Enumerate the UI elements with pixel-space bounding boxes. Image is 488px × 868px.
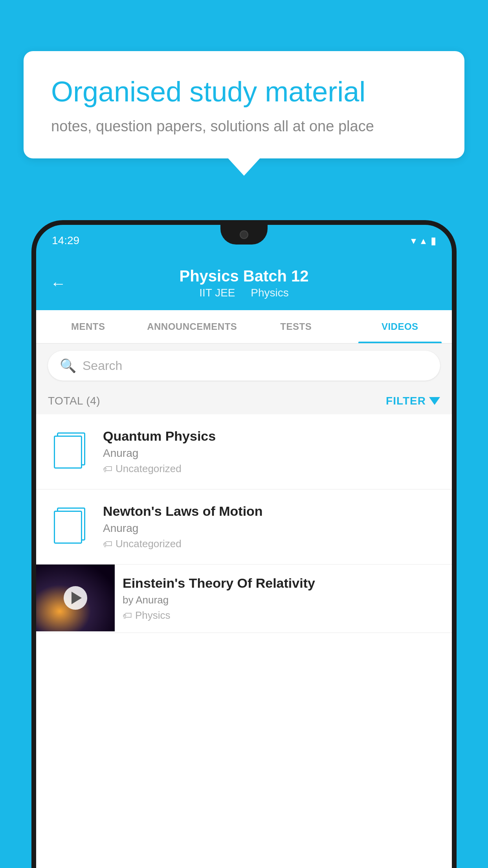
tag-icon-3: 🏷 [123, 610, 132, 621]
phone-inner: 14:29 ▾ ▴ ▮ ← Physics Batch 12 IIT JEE P… [36, 225, 452, 868]
video-tag: 🏷 Uncategorized [103, 463, 440, 475]
video-author: Anurag [103, 447, 440, 460]
thumbnail-wrap [36, 565, 115, 631]
filter-label: FILTER [386, 395, 426, 407]
header-title: Physics Batch 12 [52, 267, 436, 285]
battery-icon: ▮ [431, 235, 436, 247]
search-bar-wrap: 🔍 Search [36, 344, 452, 388]
video-meta: Quantum Physics Anurag 🏷 Uncategorized [103, 428, 440, 475]
video-author-3: by Anurag [123, 594, 444, 606]
tag-icon: 🏷 [103, 463, 112, 474]
app-screen: ← Physics Batch 12 IIT JEE Physics MENTS… [36, 256, 452, 868]
promo-section: Organised study material notes, question… [24, 51, 464, 158]
video-tag-2: 🏷 Uncategorized [103, 538, 440, 550]
filter-row: TOTAL (4) FILTER [36, 388, 452, 414]
video-tag-3: 🏷 Physics [123, 609, 444, 622]
doc-icon-2 [54, 507, 85, 544]
video-meta-2: Newton's Laws of Motion Anurag 🏷 Uncateg… [103, 504, 440, 550]
tab-tests[interactable]: TESTS [244, 310, 348, 343]
app-header: ← Physics Batch 12 IIT JEE Physics [36, 256, 452, 310]
search-bar[interactable]: 🔍 Search [48, 351, 440, 381]
status-icons: ▾ ▴ ▮ [411, 235, 436, 247]
tab-announcements[interactable]: ANNOUNCEMENTS [140, 310, 244, 343]
video-item[interactable]: Newton's Laws of Motion Anurag 🏷 Uncateg… [36, 489, 452, 565]
play-button[interactable] [64, 586, 87, 610]
video-title-3: Einstein's Theory Of Relativity [123, 576, 444, 591]
page1 [54, 436, 82, 469]
tag-label-2: Uncategorized [116, 538, 182, 550]
video-item-thumb[interactable]: Einstein's Theory Of Relativity by Anura… [36, 565, 452, 633]
status-bar: 14:29 ▾ ▴ ▮ [36, 225, 452, 256]
play-icon [72, 592, 82, 604]
video-title-2: Newton's Laws of Motion [103, 504, 440, 519]
video-author-2: Anurag [103, 522, 440, 535]
video-list: Quantum Physics Anurag 🏷 Uncategorized [36, 414, 452, 633]
wifi-icon: ▾ [411, 235, 416, 247]
video-item[interactable]: Quantum Physics Anurag 🏷 Uncategorized [36, 414, 452, 489]
camera-dot [240, 230, 248, 239]
video-title: Quantum Physics [103, 428, 440, 444]
header-subtitle-right: Physics [251, 287, 288, 299]
video-doc-icon-wrap [48, 428, 91, 472]
tag-icon-2: 🏷 [103, 539, 112, 550]
speech-bubble: Organised study material notes, question… [24, 51, 464, 158]
promo-title: Organised study material [51, 75, 437, 108]
signal-icon: ▴ [421, 235, 426, 247]
tab-videos[interactable]: VIDEOS [348, 310, 452, 343]
video-doc-icon-wrap-2 [48, 504, 91, 547]
search-icon: 🔍 [60, 358, 76, 373]
filter-button[interactable]: FILTER [386, 395, 440, 407]
total-count: TOTAL (4) [48, 395, 100, 407]
tabs-bar: MENTS ANNOUNCEMENTS TESTS VIDEOS [36, 310, 452, 344]
status-time: 14:29 [52, 234, 79, 247]
phone-frame: 14:29 ▾ ▴ ▮ ← Physics Batch 12 IIT JEE P… [31, 220, 457, 868]
header-subtitle-left: IIT JEE [199, 287, 235, 299]
tag-label-3: Physics [135, 609, 171, 622]
promo-subtitle: notes, question papers, solutions all at… [51, 118, 437, 135]
filter-icon [429, 397, 440, 405]
back-button[interactable]: ← [50, 274, 66, 292]
doc-icon [54, 432, 85, 469]
search-placeholder: Search [83, 359, 122, 373]
header-subtitle: IIT JEE Physics [52, 287, 436, 299]
thumb-meta: Einstein's Theory Of Relativity by Anura… [115, 565, 452, 633]
tag-label: Uncategorized [116, 463, 182, 475]
tab-ments[interactable]: MENTS [36, 310, 140, 343]
page1b [54, 511, 82, 544]
notch-cutout [220, 225, 268, 245]
